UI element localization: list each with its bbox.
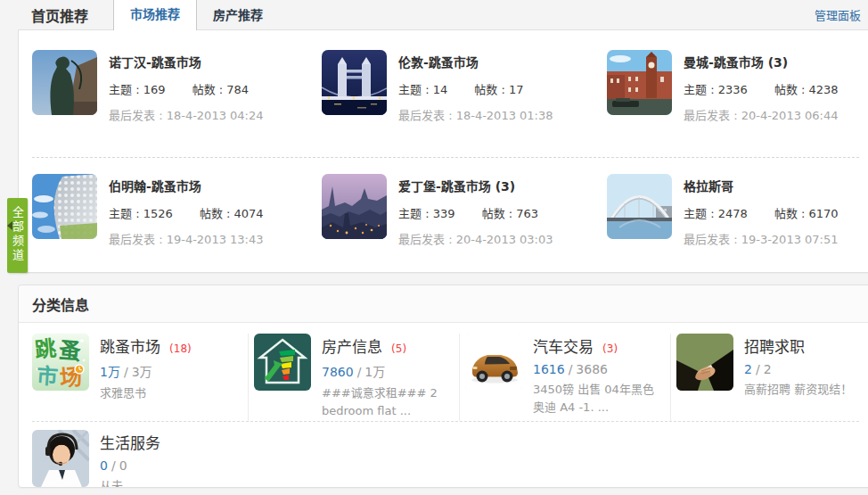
category-cell: 房产信息 (5) 7860/1万 ###诚意求租### 2 bedroom fl… bbox=[249, 334, 460, 421]
category-icon[interactable]: 跳 蚤 市 场 bbox=[32, 334, 89, 391]
threads-count: 2 bbox=[744, 362, 752, 376]
topics-count: 2478 bbox=[718, 207, 748, 220]
forum-last-post: 最后发表 : 20-4-2013 06:44 bbox=[684, 106, 839, 123]
category-cell: 汽车交易 (3) 1616/3686 3450镑 出售 04年黑色奥迪 A4 -… bbox=[460, 334, 671, 421]
glasgow-arc-bridge-photo bbox=[607, 174, 672, 239]
forum-thumbnail[interactable] bbox=[607, 174, 672, 239]
forum-item-edinburgh: 爱丁堡-跳蚤市场 (3) 主题 : 339 帖数 : 763 最后发表 : 20… bbox=[322, 174, 607, 247]
svg-text:跳: 跳 bbox=[34, 336, 58, 362]
category-title[interactable]: 生活服务 bbox=[100, 434, 160, 452]
forum-rows-divider bbox=[32, 157, 859, 158]
category-title[interactable]: 跳蚤市场 bbox=[100, 338, 160, 356]
forum-stats: 主题 : 2336 帖数 : 4238 bbox=[684, 80, 839, 97]
forum-item-birmingham: 伯明翰-跳蚤市场 主题 : 1526 帖数 : 4074 最后发表 : 19-4… bbox=[32, 174, 322, 247]
forum-last-post: 最后发表 : 18-4-2013 04:24 bbox=[109, 106, 264, 123]
forum-title[interactable]: 曼城-跳蚤市场 (3) bbox=[684, 53, 839, 70]
posts-count: 3686 bbox=[576, 362, 608, 376]
category-icon[interactable] bbox=[465, 334, 522, 391]
category-new-count: (18) bbox=[169, 342, 192, 355]
forum-thumbnail[interactable] bbox=[607, 50, 672, 115]
car-icon bbox=[465, 334, 522, 391]
forum-stats: 主题 : 169 帖数 : 784 bbox=[109, 80, 264, 97]
category-latest-post[interactable]: 从未 bbox=[100, 477, 165, 488]
svg-text:蚤: 蚤 bbox=[58, 337, 82, 364]
forum-stats: 主题 : 2478 帖数 : 6170 bbox=[684, 204, 839, 221]
category-title[interactable]: 汽车交易 bbox=[533, 338, 594, 356]
posts-count: 1万 bbox=[364, 365, 385, 379]
forum-item-nottingham: 诺丁汉-跳蚤市场 主题 : 169 帖数 : 784 最后发表 : 18-4-2… bbox=[32, 50, 322, 123]
recommend-tabs: 市场推荐 房产推荐 bbox=[113, 0, 279, 29]
category-new-count: (3) bbox=[602, 342, 618, 355]
topics-count: 339 bbox=[433, 207, 455, 220]
forum-last-post: 最后发表 : 19-4-2013 13:43 bbox=[109, 230, 264, 247]
forum-info: 诺丁汉-跳蚤市场 主题 : 169 帖数 : 784 最后发表 : 18-4-2… bbox=[109, 50, 264, 123]
main-column: 首页推荐 市场推荐 房产推荐 管理面板 bbox=[18, 0, 868, 488]
forum-title[interactable]: 格拉斯哥 bbox=[684, 177, 839, 194]
admin-panel-link[interactable]: 管理面板 bbox=[815, 6, 861, 23]
last-post-time[interactable]: 19-3-2013 07:51 bbox=[741, 233, 839, 246]
topics-count: 14 bbox=[433, 83, 448, 96]
category-row-2: 生活服务 0/0 从未 bbox=[19, 422, 868, 488]
category-latest-post[interactable]: 3450镑 出售 04年黑色奥迪 A4 -1. ... bbox=[533, 381, 661, 417]
category-cell: 跳 蚤 市 场 跳蚤市场 bbox=[19, 334, 249, 421]
forum-row-1: 诺丁汉-跳蚤市场 主题 : 169 帖数 : 784 最后发表 : 18-4-2… bbox=[19, 50, 868, 123]
category-latest-post[interactable]: 求雅思书 bbox=[100, 384, 192, 402]
category-info: 生活服务 0/0 从未 bbox=[100, 430, 165, 488]
forum-thumbnail[interactable] bbox=[32, 174, 97, 239]
all-channels-side-tab[interactable]: 全部频道 bbox=[7, 198, 28, 273]
tab-property-recommend[interactable]: 房产推荐 bbox=[197, 0, 279, 29]
forum-thumbnail[interactable] bbox=[32, 50, 97, 115]
forum-item-glasgow: 格拉斯哥 主题 : 2478 帖数 : 6170 最后发表 : 19-3-201… bbox=[607, 174, 859, 247]
birmingham-selfridges-photo bbox=[32, 174, 97, 239]
side-tab-label: 全部频道 bbox=[7, 206, 28, 263]
posts-count: 4074 bbox=[234, 207, 264, 220]
category-info: 汽车交易 (3) 1616/3686 3450镑 出售 04年黑色奥迪 A4 -… bbox=[533, 334, 661, 417]
category-new-count: (5) bbox=[391, 342, 406, 355]
forum-info: 格拉斯哥 主题 : 2478 帖数 : 6170 最后发表 : 19-3-201… bbox=[684, 174, 839, 247]
category-icon[interactable] bbox=[32, 430, 89, 487]
category-info: 跳蚤市场 (18) 1万/3万 求雅思书 bbox=[100, 334, 192, 402]
customer-service-icon bbox=[32, 430, 89, 487]
recommend-header: 首页推荐 市场推荐 房产推荐 管理面板 bbox=[18, 0, 868, 29]
edinburgh-skyline-photo bbox=[322, 174, 387, 239]
forum-stats: 主题 : 339 帖数 : 763 bbox=[398, 204, 553, 221]
category-counts: 1万/3万 bbox=[100, 362, 192, 380]
category-title[interactable]: 招聘求职 bbox=[744, 338, 805, 356]
posts-count: 3万 bbox=[132, 365, 152, 379]
category-counts: 1616/3686 bbox=[533, 362, 661, 376]
last-post-time[interactable]: 18-4-2013 04:24 bbox=[167, 109, 264, 122]
category-info: 房产信息 (5) 7860/1万 ###诚意求租### 2 bedroom fl… bbox=[322, 334, 450, 420]
category-item-property: 房产信息 (5) 7860/1万 ###诚意求租### 2 bedroom fl… bbox=[254, 334, 450, 420]
forum-thumbnail[interactable] bbox=[322, 174, 387, 239]
category-icon[interactable] bbox=[676, 334, 733, 391]
page-title: 首页推荐 bbox=[31, 4, 88, 26]
category-title[interactable]: 房产信息 bbox=[322, 338, 382, 356]
posts-count: 2 bbox=[764, 362, 772, 376]
forum-title[interactable]: 伯明翰-跳蚤市场 bbox=[109, 177, 264, 194]
forum-thumbnail[interactable] bbox=[322, 50, 387, 115]
category-icon[interactable] bbox=[254, 334, 311, 391]
category-latest-post[interactable]: ###诚意求租### 2 bedroom flat ... bbox=[322, 384, 450, 420]
classified-panel-title: 分类信息 bbox=[19, 285, 868, 323]
forum-info: 曼城-跳蚤市场 (3) 主题 : 2336 帖数 : 4238 最后发表 : 2… bbox=[684, 50, 839, 123]
forum-title[interactable]: 诺丁汉-跳蚤市场 bbox=[109, 53, 264, 70]
last-post-time[interactable]: 19-4-2013 13:43 bbox=[167, 233, 264, 246]
collapse-left-arrow-icon bbox=[7, 221, 12, 230]
forum-item-manchester: 曼城-跳蚤市场 (3) 主题 : 2336 帖数 : 4238 最后发表 : 2… bbox=[607, 50, 859, 123]
forum-last-post: 最后发表 : 19-3-2013 07:51 bbox=[684, 230, 839, 247]
forum-title[interactable]: 爱丁堡-跳蚤市场 (3) bbox=[398, 177, 553, 194]
category-item-services: 生活服务 0/0 从未 bbox=[32, 430, 240, 488]
category-cell: 生活服务 0/0 从未 bbox=[19, 430, 249, 488]
category-latest-post[interactable]: 高薪招聘 薪资现结！ bbox=[744, 381, 852, 399]
tab-market-recommend[interactable]: 市场推荐 bbox=[113, 0, 197, 30]
forum-title[interactable]: 伦敦-跳蚤市场 bbox=[398, 53, 553, 70]
last-post-time[interactable]: 20-4-2013 03:03 bbox=[456, 233, 553, 246]
posts-count: 0 bbox=[119, 458, 127, 473]
page: 首页推荐 市场推荐 房产推荐 管理面板 bbox=[0, 0, 868, 495]
manchester-canal-photo bbox=[607, 50, 672, 115]
last-post-time[interactable]: 18-4-2013 01:38 bbox=[456, 109, 553, 122]
threads-count: 1616 bbox=[533, 362, 565, 376]
last-post-time[interactable]: 20-4-2013 06:44 bbox=[741, 109, 839, 122]
property-epc-icon bbox=[254, 334, 311, 391]
topics-count: 2336 bbox=[718, 83, 748, 96]
